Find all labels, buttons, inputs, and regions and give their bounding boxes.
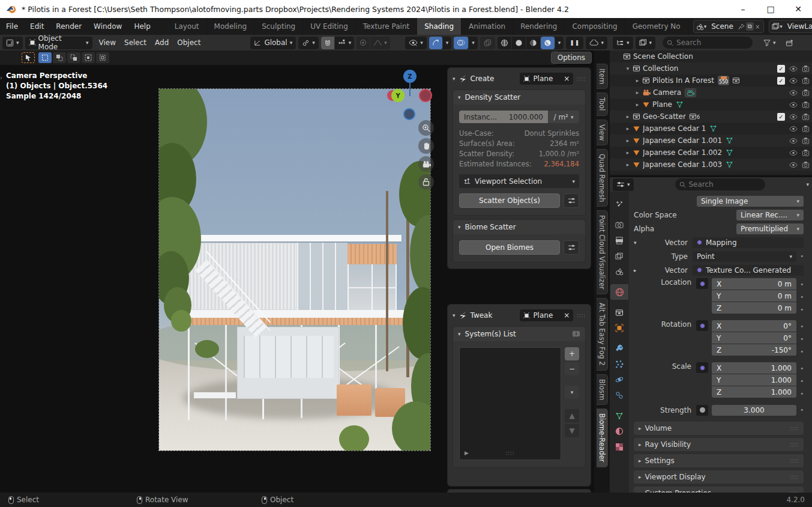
location-x-field[interactable]: X0 m xyxy=(712,278,796,290)
shading-options-selector[interactable]: ▾ xyxy=(555,37,564,49)
properties-tab-output[interactable] xyxy=(610,232,628,248)
outliner-item-label[interactable]: Scene Collection xyxy=(633,52,693,61)
section-grip[interactable]: :::: xyxy=(790,442,799,448)
new-collection-button[interactable] xyxy=(782,37,797,49)
minimize-button[interactable]: – xyxy=(729,0,757,18)
rotation-x-field[interactable]: X0° xyxy=(712,320,796,332)
outliner-row[interactable]: ▸ Japanese Cedar 1.001 xyxy=(610,135,812,147)
zoom-button[interactable] xyxy=(418,120,434,136)
collapse-icon[interactable]: ▾ xyxy=(453,76,456,82)
properties-search-input[interactable]: Search xyxy=(675,178,765,190)
outliner-item-label[interactable]: Geo-Scatter xyxy=(643,112,686,121)
texture-coordinate-field[interactable]: Texture Co... Generated xyxy=(693,265,804,276)
strength-slider[interactable]: 3.000 xyxy=(712,405,796,416)
properties-tab-material[interactable] xyxy=(610,424,628,439)
proportional-falloff-selector[interactable]: ▾ xyxy=(370,37,390,49)
sidebar-tab-tool[interactable]: Tool xyxy=(597,93,608,115)
disable-render-icon[interactable] xyxy=(802,161,810,168)
biome-settings-button[interactable] xyxy=(564,240,579,255)
section-settings[interactable]: ▸ Settings :::: xyxy=(634,454,804,467)
disable-render-icon[interactable] xyxy=(802,101,810,108)
properties-tab-view-layer[interactable] xyxy=(610,248,628,264)
outliner-item-label[interactable]: Camera xyxy=(653,88,681,97)
overlays-toggle[interactable] xyxy=(454,37,469,49)
scale-y-field[interactable]: Y1.000 xyxy=(712,374,796,386)
section-grip[interactable]: :::: xyxy=(790,458,799,464)
shading-rendered-button[interactable] xyxy=(541,37,555,49)
outliner-filter-button[interactable]: ▾ xyxy=(760,37,780,49)
hide-eye-icon[interactable] xyxy=(789,126,798,132)
location-socket-toggle[interactable] xyxy=(696,278,708,289)
expander-icon[interactable]: ▸ xyxy=(633,77,642,83)
animate-dot[interactable]: • xyxy=(800,375,804,387)
menu-help[interactable]: Help xyxy=(128,22,156,31)
alpha-dropdown[interactable]: Premultiplied▾ xyxy=(736,223,804,234)
section-custom-properties[interactable]: ▸ Custom Properties :::: xyxy=(634,487,804,493)
viewport-3d[interactable]: Options › Camera Perspective (1) Objects… xyxy=(0,50,610,493)
expander-icon[interactable]: ▸ xyxy=(623,138,633,144)
expander-icon[interactable]: ▾ xyxy=(623,65,633,71)
selection-mode-dropdown[interactable]: Viewport Selection ▾ xyxy=(459,174,579,188)
expander-icon[interactable]: ▸ xyxy=(633,102,642,108)
section-viewport-display[interactable]: ▸ Viewport Display :::: xyxy=(634,470,804,484)
proportional-editing-toggle[interactable] xyxy=(356,37,370,49)
scale-x-field[interactable]: X1.000 xyxy=(712,362,796,374)
pivot-point-selector[interactable]: ▾ xyxy=(298,37,319,49)
hide-eye-icon[interactable] xyxy=(789,114,798,120)
gizmo-options-selector[interactable]: ▾ xyxy=(443,37,452,49)
viewlayer-name[interactable]: ViewLayer xyxy=(783,22,812,31)
outliner-row[interactable]: ▸ Camera xyxy=(610,87,812,99)
scatter-objects-button[interactable]: Scatter Object(s) xyxy=(459,193,560,208)
outliner-row[interactable]: ▸ Japanese Cedar 1 xyxy=(610,123,812,135)
properties-tab-constraints[interactable] xyxy=(610,387,628,403)
vector2-expand-icon[interactable]: ▸ xyxy=(634,267,645,273)
location-z-field[interactable]: Z0 m xyxy=(712,302,796,314)
outliner-item-label[interactable]: Plane xyxy=(652,100,672,109)
animate-dot[interactable]: • xyxy=(800,406,804,414)
animate-dot[interactable]: • xyxy=(800,387,804,399)
camera-view[interactable] xyxy=(159,89,430,451)
shading-solid-button[interactable] xyxy=(512,37,526,49)
outliner-row[interactable]: ▸ Japanese Cedar 1.002 xyxy=(610,147,812,159)
transform-orientation-selector[interactable]: Global ▾ xyxy=(250,37,296,49)
pin-icon[interactable] xyxy=(738,23,745,30)
outliner-item-label[interactable]: Japanese Cedar 1 xyxy=(643,124,706,133)
scatter-settings-button[interactable] xyxy=(564,193,579,208)
gizmo-toggle[interactable] xyxy=(429,37,443,49)
options-button[interactable]: Options xyxy=(551,52,592,64)
open-biomes-button[interactable]: Open Biomes xyxy=(459,240,560,255)
sidebar-tab-blosm[interactable]: Blosm xyxy=(597,374,608,405)
sidebar-tab-quad-remesh[interactable]: Quad Remesh xyxy=(597,149,608,207)
exclude-checkbox[interactable]: ✓ xyxy=(777,65,785,73)
sidebar-tab-alt-tab-easy-fog-2[interactable]: Alt Tab Easy Fog 2 xyxy=(597,298,608,371)
exclude-checkbox[interactable]: ✓ xyxy=(777,113,785,121)
properties-tab-object-data[interactable] xyxy=(610,408,628,424)
create-target-object-field[interactable]: Plane × xyxy=(520,73,573,85)
properties-tab-particles[interactable] xyxy=(610,356,628,372)
hide-eye-icon[interactable] xyxy=(789,150,798,156)
axis-y-handle[interactable]: Y xyxy=(391,89,404,102)
rotation-z-field[interactable]: Z-150° xyxy=(712,344,796,356)
workspace-tab-geometry-no[interactable]: Geometry No xyxy=(625,18,688,35)
move-system-up-button[interactable]: ▲ xyxy=(565,409,579,422)
axis-z-handle[interactable]: Z xyxy=(403,70,417,83)
section-grip[interactable]: :::: xyxy=(790,426,799,431)
animate-dot[interactable]: • xyxy=(800,362,804,374)
render-pass-selector[interactable]: ▾ xyxy=(586,37,607,49)
select-intersect-tool-button[interactable] xyxy=(96,52,109,63)
viewport-menu-select[interactable]: Select xyxy=(120,38,151,47)
disable-render-icon[interactable] xyxy=(802,125,810,132)
density-unit-dropdown[interactable]: / m²▾ xyxy=(548,111,579,123)
select-invert-tool-button[interactable] xyxy=(82,52,95,63)
animate-dot[interactable]: • xyxy=(800,303,804,315)
mapping-type-dropdown[interactable]: Point▾ xyxy=(693,251,796,262)
rotation-socket-toggle[interactable] xyxy=(696,320,708,331)
expander-icon[interactable]: ▸ xyxy=(623,162,633,168)
properties-tab-collection[interactable] xyxy=(610,305,628,320)
camera-view-button[interactable] xyxy=(418,156,434,172)
expander-icon[interactable]: ▸ xyxy=(623,114,633,120)
outliner-item-label[interactable]: Japanese Cedar 1.001 xyxy=(643,136,722,145)
hide-eye-icon[interactable] xyxy=(789,138,798,144)
color-space-dropdown[interactable]: Linear Rec....▾ xyxy=(736,210,804,220)
exclude-checkbox[interactable]: ✓ xyxy=(777,77,785,85)
